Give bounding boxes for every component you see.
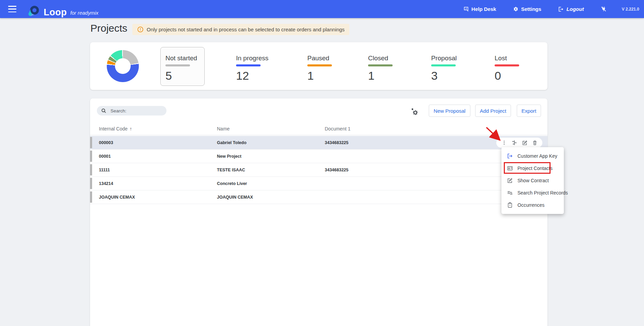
exit-to-app-icon bbox=[507, 153, 513, 159]
cell-document: 3434683225 bbox=[325, 168, 349, 172]
donut-hole bbox=[115, 58, 131, 74]
row-status-bar bbox=[90, 137, 92, 148]
row-more-kebab-icon[interactable] bbox=[501, 140, 507, 145]
status-summary-card: Not started 5 In progress 12 Paused 1 Cl… bbox=[90, 42, 547, 90]
column-header-name[interactable]: Name bbox=[217, 126, 230, 131]
help-desk-chat-icon bbox=[463, 6, 469, 12]
status-label: Proposal bbox=[431, 55, 457, 62]
loop-logo-icon bbox=[27, 4, 41, 17]
cell-name: JOAQUIN CEMAX bbox=[217, 195, 253, 200]
status-card-proposal[interactable]: Proposal 3 bbox=[431, 55, 457, 82]
contact-card-icon bbox=[507, 165, 513, 171]
status-count: 3 bbox=[431, 69, 457, 82]
status-color-bar bbox=[307, 64, 332, 66]
logo-text: Loop bbox=[44, 7, 67, 18]
search-input[interactable]: Search: bbox=[97, 106, 166, 115]
status-label: Paused bbox=[307, 55, 332, 62]
cell-name: Concreto Liver bbox=[217, 181, 247, 186]
status-card-paused[interactable]: Paused 1 bbox=[307, 55, 332, 82]
menu-item-occurrences[interactable]: Occurrences bbox=[501, 199, 564, 211]
help-desk-button[interactable]: Help Desk bbox=[463, 6, 496, 12]
search-label: Search: bbox=[111, 108, 127, 113]
status-label: Closed bbox=[368, 55, 393, 62]
app-logo[interactable]: Loop for readymix bbox=[27, 2, 99, 18]
help-desk-label: Help Desk bbox=[471, 6, 496, 12]
menu-item-show-contract[interactable]: Show Contract bbox=[501, 174, 564, 187]
sort-asc-icon: ↑ bbox=[130, 126, 132, 131]
menu-item-label: Project Contacts bbox=[517, 166, 553, 171]
row-edit-icon[interactable] bbox=[522, 140, 528, 146]
logo-subtext: for readymix bbox=[70, 10, 99, 16]
status-color-bar bbox=[236, 64, 261, 66]
row-context-menu: Customer App Key Project Contacts Show C… bbox=[501, 147, 564, 214]
menu-item-project-contacts[interactable]: Project Contacts bbox=[501, 162, 564, 174]
table-settings-icon[interactable] bbox=[410, 107, 419, 115]
row-status-bar bbox=[90, 164, 92, 175]
logout-button[interactable]: Logout bbox=[558, 6, 584, 12]
cell-internal-code: 11111 bbox=[99, 168, 110, 172]
info-alert: Only projects not started and in process… bbox=[132, 24, 349, 35]
cell-name: Gabriel Toledo bbox=[217, 140, 247, 145]
alert-text: Only projects not started and in process… bbox=[147, 27, 345, 32]
logout-icon bbox=[558, 6, 564, 12]
row-actions bbox=[496, 138, 542, 148]
status-label: Not started bbox=[165, 55, 197, 62]
row-status-bar bbox=[90, 178, 92, 189]
row-status-bar bbox=[90, 191, 92, 203]
status-count: 1 bbox=[307, 69, 332, 82]
status-color-bar bbox=[495, 64, 519, 66]
gear-icon bbox=[513, 6, 518, 12]
cell-internal-code: JOAQUIN CEMAX bbox=[99, 195, 135, 200]
cell-document: 3434683225 bbox=[325, 140, 349, 145]
contract-sign-icon bbox=[507, 177, 513, 184]
menu-item-label: Search Project Records bbox=[517, 190, 568, 196]
status-color-bar bbox=[368, 64, 393, 66]
header-nav: Help Desk Settings Logout V 2.221.0 bbox=[446, 0, 639, 18]
menu-item-search-project-records[interactable]: Search Project Records bbox=[501, 187, 564, 199]
table-row[interactable]: 00001 New Project bbox=[90, 150, 547, 163]
menu-item-label: Occurrences bbox=[517, 202, 544, 208]
add-project-button[interactable]: Add Project bbox=[475, 105, 511, 117]
table-row[interactable]: JOAQUIN CEMAX JOAQUIN CEMAX bbox=[90, 190, 547, 204]
row-hierarchy-icon[interactable] bbox=[511, 140, 517, 146]
settings-label: Settings bbox=[521, 6, 541, 12]
table-row[interactable]: 000003 Gabriel Toledo 3434683225 bbox=[90, 136, 547, 150]
status-label: Lost bbox=[495, 55, 519, 62]
settings-button[interactable]: Settings bbox=[513, 6, 541, 12]
status-count: 5 bbox=[165, 69, 197, 82]
new-proposal-button[interactable]: New Proposal bbox=[429, 105, 470, 117]
projects-table-card: Search: New Proposal Add Project Export … bbox=[90, 98, 547, 326]
cell-name: New Project bbox=[217, 154, 241, 159]
projects-page: Loop for readymix Help Desk Settings Log… bbox=[0, 0, 644, 326]
status-donut-chart bbox=[107, 50, 139, 82]
status-card-lost[interactable]: Lost 0 bbox=[495, 55, 519, 82]
status-card-closed[interactable]: Closed 1 bbox=[368, 55, 393, 82]
status-count: 0 bbox=[495, 69, 519, 82]
column-header-internal-code[interactable]: Internal Code↑ bbox=[99, 126, 132, 131]
status-card-in-progress[interactable]: In progress 12 bbox=[236, 55, 268, 82]
app-header: Loop for readymix Help Desk Settings Log… bbox=[0, 0, 644, 18]
search-records-icon bbox=[507, 190, 513, 196]
export-button[interactable]: Export bbox=[517, 105, 541, 117]
table-row[interactable]: 134214 Concreto Liver bbox=[90, 177, 547, 190]
cell-name: TESTE ISAAC bbox=[217, 168, 245, 172]
cell-internal-code: 134214 bbox=[99, 181, 113, 186]
row-status-bar bbox=[90, 151, 92, 162]
row-delete-icon[interactable] bbox=[532, 140, 538, 145]
menu-hamburger-icon[interactable] bbox=[8, 6, 16, 12]
connection-off-icon[interactable] bbox=[600, 6, 607, 12]
menu-item-customer-app-key[interactable]: Customer App Key bbox=[501, 150, 564, 162]
status-color-bar bbox=[165, 64, 190, 66]
table-row[interactable]: 11111 TESTE ISAAC 3434683225 bbox=[90, 163, 547, 177]
version-label: V 2.221.0 bbox=[622, 7, 639, 12]
column-header-document[interactable]: Document 1 bbox=[325, 126, 350, 131]
table-header-row: Internal Code↑ Name Document 1 bbox=[90, 123, 547, 135]
status-count: 1 bbox=[368, 69, 393, 82]
menu-item-label: Show Contract bbox=[517, 178, 549, 183]
cell-internal-code: 00001 bbox=[99, 154, 111, 159]
menu-item-label: Customer App Key bbox=[517, 153, 557, 159]
status-color-bar bbox=[431, 64, 456, 66]
status-label: In progress bbox=[236, 55, 268, 62]
logout-label: Logout bbox=[567, 6, 584, 12]
status-card-not-started[interactable]: Not started 5 bbox=[165, 55, 197, 82]
